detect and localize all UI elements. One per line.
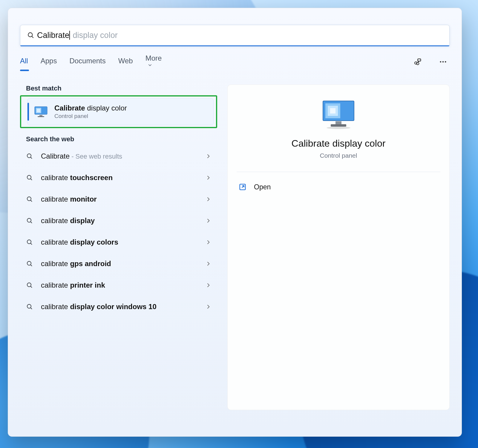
web-result[interactable]: Calibrate - See web results: [20, 145, 217, 167]
more-options-button[interactable]: [436, 55, 450, 68]
action-open-label: Open: [254, 183, 271, 191]
tab-more[interactable]: More: [145, 54, 162, 70]
search-icon: [26, 303, 34, 310]
web-result-text: calibrate printer ink: [41, 281, 105, 289]
tab-documents[interactable]: Documents: [69, 57, 105, 67]
chevron-right-icon: [205, 153, 211, 159]
open-external-icon: [238, 183, 248, 191]
best-match-header: Best match: [26, 85, 217, 92]
svg-line-24: [30, 265, 32, 266]
web-result[interactable]: calibrate display color windows 10: [20, 296, 217, 317]
preview-monitor-icon: [237, 99, 440, 130]
chevron-right-icon: [205, 304, 211, 310]
search-autocomplete: display color: [71, 31, 118, 40]
svg-point-19: [27, 218, 31, 222]
svg-point-0: [28, 33, 32, 37]
svg-rect-12: [38, 116, 44, 117]
svg-point-27: [27, 304, 31, 308]
search-panel: Calibrate display color All Apps Documen…: [8, 8, 462, 437]
svg-line-18: [30, 200, 32, 202]
svg-rect-11: [39, 115, 42, 116]
tab-more-label: More: [145, 54, 162, 62]
chevron-down-icon: [147, 62, 153, 68]
chevron-right-icon: [205, 239, 211, 245]
web-result-text: calibrate touchscreen: [41, 174, 113, 182]
web-result-text: calibrate display colors: [41, 238, 118, 246]
chat-icon: [413, 57, 422, 66]
search-input[interactable]: Calibrate display color: [20, 25, 450, 46]
action-open[interactable]: Open: [237, 177, 440, 197]
search-icon: [26, 174, 34, 181]
svg-line-20: [30, 222, 32, 223]
results-column: Best match Calibrate d: [20, 85, 217, 317]
chevron-right-icon: [205, 282, 211, 288]
search-icon: [26, 153, 34, 160]
web-result-text: calibrate gps android: [41, 260, 111, 268]
svg-point-17: [27, 197, 31, 201]
preview-title: Calibrate display color: [237, 138, 440, 149]
chat-icon-button[interactable]: [411, 55, 424, 68]
divider: [237, 172, 440, 172]
svg-rect-4: [418, 59, 421, 61]
svg-point-5: [440, 61, 442, 63]
web-result[interactable]: calibrate gps android: [20, 253, 217, 274]
svg-point-35: [327, 127, 350, 129]
web-result-text: calibrate display: [41, 217, 95, 225]
web-result[interactable]: calibrate touchscreen: [20, 167, 217, 188]
svg-rect-33: [335, 121, 341, 124]
search-icon: [27, 31, 37, 39]
svg-point-23: [27, 261, 31, 265]
search-icon: [26, 260, 34, 267]
svg-rect-32: [330, 108, 335, 113]
search-typed: Calibrate: [37, 31, 69, 40]
search-icon: [26, 217, 34, 224]
web-result-text: Calibrate - See web results: [41, 152, 122, 160]
chevron-right-icon: [205, 175, 211, 181]
svg-point-7: [445, 61, 446, 63]
chevron-right-icon: [205, 261, 211, 267]
search-icon: [26, 282, 34, 289]
preview-subtitle: Control panel: [237, 152, 440, 159]
svg-line-28: [30, 308, 32, 309]
chevron-right-icon: [205, 196, 211, 202]
text-caret: [69, 31, 70, 40]
search-query: Calibrate display color: [37, 31, 118, 40]
tab-all[interactable]: All: [20, 57, 28, 67]
svg-line-1: [32, 36, 33, 38]
svg-line-14: [30, 157, 32, 159]
web-result-text: calibrate display color windows 10: [41, 303, 157, 311]
web-result[interactable]: calibrate monitor: [20, 188, 217, 210]
annotation-highlight: Calibrate display color Control panel: [20, 95, 217, 128]
search-icon: [26, 239, 34, 246]
svg-rect-10: [37, 109, 40, 112]
search-icon: [26, 196, 34, 203]
monitor-icon: [34, 106, 48, 118]
svg-point-21: [27, 240, 31, 244]
svg-line-16: [30, 179, 32, 180]
preview-pane: Calibrate display color Control panel Op…: [227, 85, 450, 410]
svg-point-13: [27, 154, 31, 158]
tab-apps[interactable]: Apps: [41, 57, 57, 67]
best-match-result[interactable]: Calibrate display color Control panel: [27, 98, 214, 125]
web-result[interactable]: calibrate printer ink: [20, 274, 217, 296]
search-web-header: Search the web: [26, 135, 217, 143]
best-match-subtitle: Control panel: [54, 113, 127, 119]
web-result-text: calibrate monitor: [41, 195, 97, 203]
svg-line-26: [30, 286, 32, 288]
best-match-title-rest: display color: [85, 104, 127, 112]
svg-rect-34: [331, 124, 346, 127]
best-match-title-bold: Calibrate: [54, 104, 85, 112]
web-result[interactable]: calibrate display colors: [20, 231, 217, 253]
chevron-right-icon: [205, 218, 211, 224]
svg-point-6: [442, 61, 444, 63]
svg-point-15: [27, 175, 31, 179]
svg-point-25: [27, 283, 31, 287]
best-match-title: Calibrate display color: [54, 104, 127, 112]
ellipsis-icon: [439, 58, 447, 66]
tab-web[interactable]: Web: [118, 57, 133, 67]
web-result[interactable]: calibrate display: [20, 210, 217, 231]
svg-line-22: [30, 243, 32, 245]
filter-tabs: All Apps Documents Web More: [20, 54, 450, 70]
